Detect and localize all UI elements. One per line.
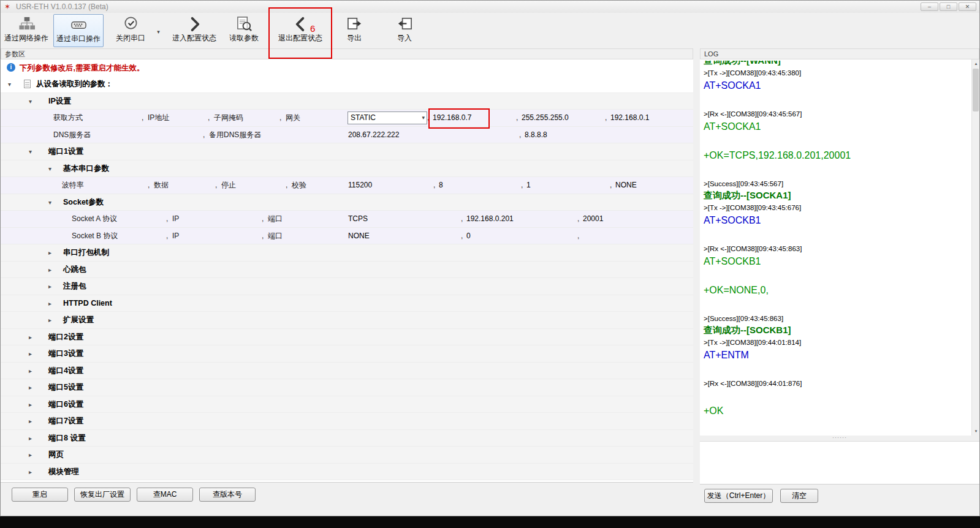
tree-section-row[interactable]: ▸HTTPD Client xyxy=(1,295,693,312)
tree-section-label: 模块管理 xyxy=(48,464,79,480)
param-label: 获取方式 xyxy=(53,110,83,126)
send-input[interactable] xyxy=(700,441,979,484)
param-label: 校验 xyxy=(292,177,306,194)
tree-section-row[interactable]: ▸端口4设置 xyxy=(1,363,693,380)
clear-button[interactable]: 清空 xyxy=(780,489,818,503)
tree-section-row[interactable]: ▸端口3设置 xyxy=(1,345,693,363)
collapse-arrow-icon[interactable]: ▾ xyxy=(29,143,32,160)
close-button[interactable]: ✕ xyxy=(959,2,976,11)
expand-arrow-icon[interactable]: ▸ xyxy=(29,379,32,396)
log-line: +OK=TCPS,192.168.0.201,20001 xyxy=(704,149,971,162)
param-row[interactable]: Socket B 协议,IP,端口NONE,0, xyxy=(1,228,693,245)
log-line: >[Tx ->][COM38][09:43:45:380] xyxy=(704,68,971,78)
expand-arrow-icon[interactable]: ▸ xyxy=(48,244,51,261)
tree-section-row[interactable]: ▸串口打包机制 xyxy=(1,244,693,262)
param-value[interactable]: 0 xyxy=(466,228,471,244)
close-serial-dropdown[interactable]: ▾ xyxy=(154,24,163,40)
tree-section-row[interactable]: ▸注册包 xyxy=(1,278,693,295)
collapse-arrow-icon[interactable]: ▾ xyxy=(48,194,51,211)
comma-separator: , xyxy=(262,228,264,244)
param-value[interactable]: 192.168.0.7 xyxy=(433,110,471,126)
exit-config-button[interactable]: 退出配置状态 xyxy=(271,14,330,47)
minimize-button[interactable]: – xyxy=(921,2,938,11)
param-value[interactable]: 115200 xyxy=(348,177,372,194)
log-input-splitter[interactable]: ······ xyxy=(700,436,979,441)
select-value: STATIC xyxy=(351,112,376,124)
expand-arrow-icon[interactable]: ▾ xyxy=(8,76,11,92)
expand-arrow-icon[interactable]: ▸ xyxy=(29,345,32,362)
tree-section-label: 端口5设置 xyxy=(48,379,83,396)
close-serial-button[interactable]: 关闭串口 xyxy=(108,14,153,47)
tree-root-row[interactable]: ▾从设备读取到的参数： xyxy=(1,76,693,93)
tree-section-row[interactable]: ▾基本串口参数 xyxy=(1,160,693,178)
query-version-button[interactable]: 查版本号 xyxy=(199,488,256,502)
panel-splitter[interactable] xyxy=(693,48,700,516)
param-value[interactable]: 192.168.0.1 xyxy=(610,110,649,126)
expand-arrow-icon[interactable]: ▸ xyxy=(29,363,32,379)
tree-section-row[interactable]: ▸模块管理 xyxy=(1,464,693,481)
query-mac-button[interactable]: 查MAC xyxy=(137,488,193,502)
expand-arrow-icon[interactable]: ▸ xyxy=(29,430,32,447)
read-params-button[interactable]: 读取参数 xyxy=(222,14,266,47)
param-value[interactable]: 208.67.222.222 xyxy=(348,127,399,143)
expand-arrow-icon[interactable]: ▸ xyxy=(29,447,32,463)
param-row[interactable]: DNS服务器,备用DNS服务器208.67.222.222,8.8.8.8 xyxy=(1,127,693,144)
acquire-mode-select[interactable]: STATIC▾ xyxy=(348,111,427,124)
param-value[interactable]: 255.255.255.0 xyxy=(522,110,569,126)
tree-section-row[interactable]: ▸扩展设置 xyxy=(1,312,693,329)
tree-section-row[interactable]: ▸端口8 设置 xyxy=(1,430,693,447)
tree-section-row[interactable]: ▸心跳包 xyxy=(1,262,693,279)
tree-section-label: 注册包 xyxy=(63,278,86,295)
chevron-down-icon: ▾ xyxy=(157,29,160,35)
param-value[interactable]: 8 xyxy=(439,177,443,194)
comma-separator: , xyxy=(148,177,150,194)
tree-section-row[interactable]: ▸端口2设置 xyxy=(1,329,693,346)
scroll-up-button[interactable]: ▲ xyxy=(972,59,979,68)
param-value[interactable]: 1 xyxy=(526,177,531,194)
expand-arrow-icon[interactable]: ▸ xyxy=(29,413,32,429)
params-panel: i 下列参数修改后,需要重启才能生效。 ▾从设备读取到的参数：▾IP设置获取方式… xyxy=(1,59,693,482)
restart-notice: i 下列参数修改后,需要重启才能生效。 xyxy=(1,59,693,77)
enter-config-button[interactable]: 进入配置状态 xyxy=(170,14,218,47)
tree-section-row[interactable]: ▾端口1设置 xyxy=(1,143,693,160)
collapse-arrow-icon[interactable]: ▾ xyxy=(29,93,32,110)
tree-section-row[interactable]: ▸端口5设置 xyxy=(1,379,693,396)
import-button[interactable]: 导入 xyxy=(384,14,425,47)
export-button[interactable]: 导出 xyxy=(334,14,374,47)
param-row[interactable]: 波特率,数据,停止,校验115200,8,1,NONE xyxy=(1,177,693,194)
factory-reset-button[interactable]: 恢复出厂设置 xyxy=(74,488,131,502)
operate-via-serial-button[interactable]: 通过串口操作 xyxy=(53,14,104,47)
param-value[interactable]: TCPS xyxy=(348,211,368,227)
expand-arrow-icon[interactable]: ▸ xyxy=(48,295,51,312)
param-label: DNS服务器 xyxy=(53,127,91,143)
expand-arrow-icon[interactable]: ▸ xyxy=(48,262,51,278)
log-output: 查询成功--[WANN]>[Tx ->][COM38][09:43:45:380… xyxy=(700,59,971,418)
restart-button[interactable]: 重启 xyxy=(12,488,68,502)
tree-section-row[interactable]: ▸端口7设置 xyxy=(1,413,693,430)
operate-via-network-button[interactable]: 通过网络操作 xyxy=(2,14,51,47)
exit-config-icon xyxy=(292,16,309,32)
param-value[interactable]: 20001 xyxy=(583,211,603,227)
expand-arrow-icon[interactable]: ▸ xyxy=(48,278,51,295)
param-value[interactable]: NONE xyxy=(348,228,370,244)
param-value[interactable]: NONE xyxy=(615,177,637,194)
scroll-down-button[interactable]: ▼ xyxy=(972,427,979,436)
tree-section-row[interactable]: ▸网页 xyxy=(1,447,693,464)
expand-arrow-icon[interactable]: ▸ xyxy=(29,396,32,413)
log-scrollbar[interactable]: ▲ ▼ xyxy=(971,59,979,436)
expand-arrow-icon[interactable]: ▸ xyxy=(29,464,32,480)
expand-arrow-icon[interactable]: ▸ xyxy=(48,312,51,328)
param-row[interactable]: 获取方式,IP地址,子网掩码,网关STATIC▾,192.168.0.7,255… xyxy=(1,110,693,127)
param-row[interactable]: Socket A 协议,IP,端口TCPS,192.168.0.201,2000… xyxy=(1,211,693,228)
param-value[interactable]: 8.8.8.8 xyxy=(525,127,547,143)
param-value[interactable]: 192.168.0.201 xyxy=(466,211,514,227)
expand-arrow-icon[interactable]: ▸ xyxy=(29,329,32,345)
param-label: IP xyxy=(172,211,179,227)
send-button[interactable]: 发送（Ctrl+Enter） xyxy=(704,489,773,503)
scrollbar-thumb[interactable] xyxy=(973,69,979,111)
collapse-arrow-icon[interactable]: ▾ xyxy=(48,160,51,177)
maximize-button[interactable]: □ xyxy=(940,2,957,11)
tree-section-row[interactable]: ▸端口6设置 xyxy=(1,396,693,413)
tree-section-row[interactable]: ▾IP设置 xyxy=(1,93,693,110)
tree-section-row[interactable]: ▾Socket参数 xyxy=(1,194,693,211)
